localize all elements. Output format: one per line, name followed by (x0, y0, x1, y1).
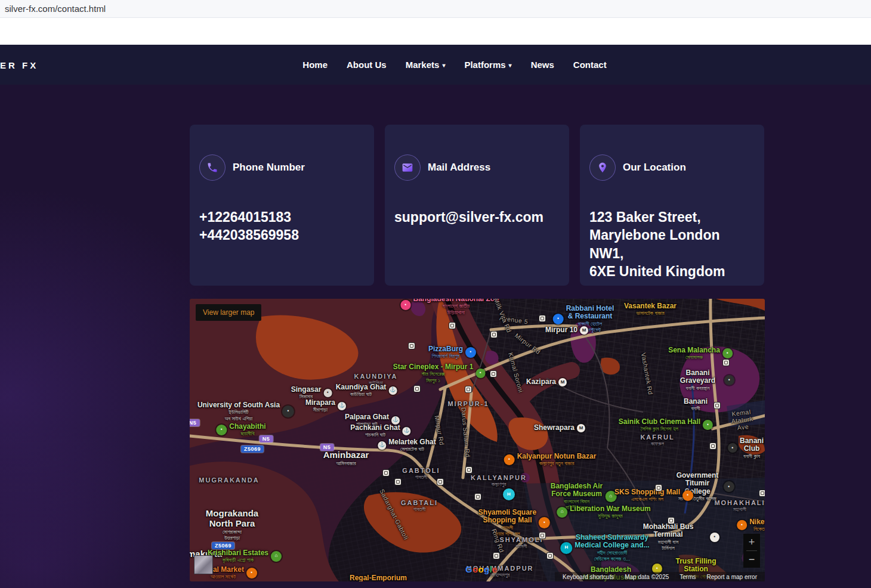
transit-station-icon (547, 553, 553, 559)
poi-icon: ⚓ (378, 441, 386, 450)
nav-contact[interactable]: Contact (573, 60, 607, 70)
transit-station-icon (656, 485, 662, 491)
keyboard-shortcuts-link[interactable]: Keyboard shortcuts (557, 574, 619, 580)
navbar: ER FX HomeAbout UsMarkets▾Platforms▾News… (0, 45, 871, 85)
map-label: GABTALIগাবতলী (401, 499, 438, 512)
map-label[interactable]: Banani Graveyardবনানী কবরস্থান▪ (674, 369, 734, 391)
map-attribution: Keyboard shortcuts Map data ©2025 Terms … (555, 572, 765, 581)
poi-icon: ⚓ (403, 427, 411, 435)
card-line: +12264015183 (199, 208, 365, 226)
map-label[interactable]: ▪Banani Clubবনানী ক্লাব (728, 437, 764, 459)
map-label[interactable]: Sena Malanchaসেনামালঞ্চ▪ (668, 346, 733, 361)
map-label[interactable]: University of South Asiaইউনিভার্সিটিঅব স… (197, 401, 294, 422)
nav-platforms[interactable]: Platforms▾ (464, 60, 511, 70)
map-label[interactable]: SKS Shopping Mallএসকেএস শপিং মল▪ (614, 488, 693, 503)
nav-links: HomeAbout UsMarkets▾Platforms▾NewsContac… (302, 45, 606, 85)
poi-icon: ▪ (323, 389, 332, 397)
poi-icon: ▪ (282, 406, 294, 417)
map-label: Sadarghat-Gabtoli (378, 488, 409, 541)
contact-cards: Phone Number +12264015183+442038569958 M… (190, 125, 765, 286)
nav-news[interactable]: News (531, 60, 554, 70)
nav-markets[interactable]: Markets▾ (406, 60, 446, 70)
map-label[interactable]: Kaundiya Ghatকাউন্ডিয়া ঘাট⚓ (336, 383, 397, 398)
map-label[interactable]: Mograkanda North Paraমোগরাকান্দাউত্তরপাড… (206, 509, 258, 541)
url-text: silver-fx.com/contact.html (5, 4, 106, 14)
map-label[interactable]: ▪Chayabithiছায়াবীথি (216, 423, 265, 437)
location-card: Our Location 123 Baker Street,Marylebone… (580, 125, 764, 286)
map-label[interactable]: KaziparaM (526, 378, 567, 386)
mail-icon (394, 154, 421, 181)
map-label[interactable]: ShewraparaM (534, 424, 585, 432)
map-label[interactable]: Pachkani Ghatপাচকানি ঘাট⚓ (350, 424, 410, 438)
transit-station-icon (475, 494, 481, 500)
chevron-down-icon: ▾ (442, 62, 445, 69)
map-label[interactable]: ▪Niketoনিকেতন (737, 518, 765, 533)
transit-station-icon (714, 403, 720, 408)
map-label[interactable]: Star Cineplex - Mirpur 1স্টার সিনেপ্লেক্… (393, 363, 486, 383)
poi-icon: ▪ (728, 443, 737, 453)
map-labels: ▪Bangladesh National Zooবাংলাদেশ জাতীয়চ… (190, 299, 765, 581)
map-label: KALLYANPURকল্যাণপুর (471, 474, 527, 487)
map-label[interactable]: ⚓Melartek Ghatমেলারটেক ঘাট (378, 438, 436, 453)
view-larger-map-link[interactable]: View larger map (196, 304, 261, 321)
google-logo[interactable]: Google (465, 564, 498, 574)
map-label: Kemal Ataturk Ave (730, 408, 755, 432)
map-label[interactable]: Mirpur 10M (545, 326, 588, 335)
map-label: KAFRULকাফরুল (640, 434, 674, 447)
card-head: Phone Number (199, 154, 365, 181)
map-label[interactable]: Miraparaমীরাপাড়া⚓ (305, 399, 346, 413)
page-content: Phone Number +12264015183+442038569958 M… (0, 85, 871, 588)
map-label[interactable]: ⌂Liberation War Museumমুক্তিযুদ্ধ জাদুঘর (557, 505, 651, 519)
transit-station-icon (759, 490, 765, 496)
map-label[interactable]: Bananiবনানী (684, 398, 708, 412)
card-line: 6XE United Kingdom (589, 262, 755, 280)
google-map-embed[interactable]: ▪Bangladesh National Zooবাংলাদেশ জাতীয়চ… (190, 299, 765, 581)
map-label[interactable]: Singasarসিঙ্গাসার▪ (291, 386, 332, 400)
poi-icon: ▪ (703, 420, 713, 430)
transit-station-icon (449, 323, 455, 329)
poi-icon: ▪ (722, 348, 733, 358)
road-badge: Z5069 (241, 445, 264, 453)
card-title: Phone Number (233, 162, 305, 174)
map-label[interactable]: ▪Kalyanpur Notun Bazarকল্যাণপুর নতুন বাজ… (504, 453, 597, 467)
poi-icon: ▪ (710, 533, 719, 542)
chevron-down-icon: ▾ (509, 62, 512, 69)
map-label[interactable]: Regal-Emporium (350, 574, 407, 581)
transit-station-icon (491, 332, 497, 338)
map-label[interactable]: ▪Bangladesh National Zooবাংলাদেশ জাতীয়চ… (400, 299, 499, 315)
nav-home[interactable]: Home (302, 60, 328, 70)
terms-link[interactable]: Terms (674, 574, 701, 580)
transit-station-icon (493, 553, 499, 559)
poi-icon: H (560, 542, 572, 554)
map-inset-thumbnail[interactable] (194, 555, 213, 574)
poi-icon: M (580, 326, 588, 335)
map-label[interactable]: Mohakhali Bus Terminalমহাখালী বাসটার্মিন… (629, 523, 719, 551)
map-label: Mirpur Rd (513, 332, 541, 356)
phone-card: Phone Number +12264015183+442038569958 (190, 125, 374, 286)
map-label[interactable]: Aminbazarআমিনবাজার (323, 450, 369, 466)
map-label[interactable]: H (503, 488, 517, 500)
location-address: 123 Baker Street,Marylebone London NW1,6… (589, 208, 755, 280)
road-badge: N5 (260, 435, 273, 442)
map-label: GABTOLIগাবতলী (402, 467, 440, 480)
card-line: support@silver-fx.com (394, 208, 560, 226)
mail-address: support@silver-fx.com (394, 208, 560, 226)
zoom-in-button[interactable]: + (743, 534, 760, 550)
zoom-out-button[interactable]: − (743, 551, 760, 568)
map-label[interactable]: Vasantek Bazarভাসানটেক বাজার (624, 302, 677, 317)
card-title: Our Location (623, 162, 686, 174)
map-label[interactable]: Krishibari Estatesকৃষিবাড়ী এগ্রো পার্ক⌂ (208, 549, 282, 564)
poi-icon: M (558, 378, 567, 386)
transit-station-icon (437, 479, 443, 485)
map-label[interactable]: PizzaBurgপিৎজাবার্গ মিরপুর▪ (428, 345, 476, 360)
map-label[interactable]: Sainik Club Cinema Hallসৈনিক ক্লাব সিনেম… (619, 418, 713, 432)
poi-icon: ▪ (539, 517, 550, 528)
poi-icon: ▪ (400, 300, 410, 310)
url-bar[interactable]: silver-fx.com/contact.html (0, 0, 871, 18)
transit-station-icon (409, 343, 415, 349)
nav-about-us[interactable]: About Us (347, 60, 387, 70)
poi-icon: ▪ (724, 375, 734, 385)
poi-icon: ▪ (504, 454, 515, 465)
site-logo[interactable]: ER FX (0, 60, 38, 70)
report-map-error-link[interactable]: Report a map error (702, 574, 762, 580)
